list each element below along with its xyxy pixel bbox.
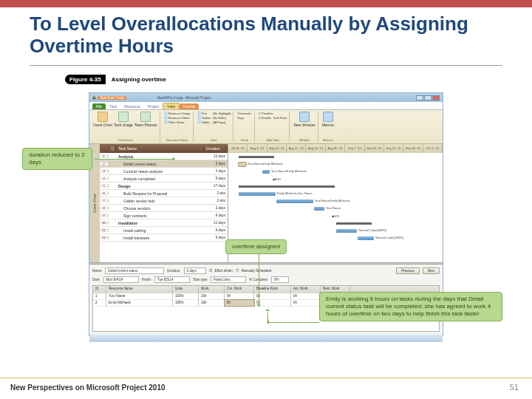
- tab-task[interactable]: Task: [106, 103, 120, 109]
- tool-tab-label: Task Form Tools: [98, 96, 126, 100]
- callout-line: [259, 253, 259, 307]
- window-title: NewAVFin-4.mpp - Microsoft Project: [157, 96, 211, 100]
- checkbox-icon[interactable]: ☐: [259, 112, 262, 115]
- ribbon-group-split-view: ☐Timeline ☑DetailsTask Form Split View: [256, 112, 290, 142]
- task-row[interactable]: 2Detail current status2 days: [100, 160, 228, 168]
- window-titlebar: ▣ Task Form Tools NewAVFin-4.mpp - Micro…: [89, 93, 443, 102]
- milestone-icon: ◆8/19: [273, 177, 281, 181]
- status-bar: [89, 335, 443, 342]
- checkbox-icon[interactable]: ☑: [209, 269, 212, 273]
- ribbon-group-resource-views: Resource Usage Resource Sheet Other View…: [162, 112, 194, 142]
- close-button[interactable]: [432, 95, 440, 100]
- figure-text: Assigning overtime: [106, 75, 172, 84]
- callout-line: [267, 322, 319, 323]
- duration-field[interactable]: 2 days: [184, 267, 206, 274]
- group-dropdown[interactable]: [All Days]: [213, 120, 231, 124]
- outline-button[interactable]: Outline: [197, 116, 211, 120]
- task-row[interactable]: 7Gather vendor bids2 wks: [100, 197, 228, 205]
- footer-line: [0, 378, 532, 378]
- macros-button[interactable]: Macros: [322, 112, 334, 127]
- milestone-icon: ◆9/11: [332, 214, 340, 218]
- tab-file[interactable]: File: [92, 103, 106, 109]
- maximize-button[interactable]: [424, 95, 432, 100]
- page-number: 51: [510, 383, 519, 392]
- task-bar[interactable]: General Labor[400%]: [336, 229, 357, 233]
- task-bar[interactable]: Your Name: [314, 207, 324, 211]
- checkbox-icon[interactable]: ☑: [259, 116, 262, 120]
- task-table: ⓘ Task Name Duration 1Analysis12 days2De…: [100, 144, 228, 262]
- arrow-icon: [256, 304, 261, 309]
- task-row[interactable]: 3Conduct needs analysis2 days: [100, 168, 228, 175]
- ribbon-group-data: Sort Outline Tables [No Highlight] [No F…: [195, 112, 234, 142]
- task-row[interactable]: 6Build Request for Proposal2 wks: [100, 190, 228, 197]
- new-window-button[interactable]: New Window: [293, 112, 315, 127]
- name-field[interactable]: Detail current status: [105, 267, 164, 274]
- ribbon: Gantt Chart Task Usage Team Planner Task…: [89, 110, 443, 144]
- summary-bar: [239, 185, 335, 188]
- ribbon-tabs: File Task Resource Project View Format: [89, 102, 443, 110]
- gantt-chart-button[interactable]: Gantt Chart: [93, 112, 112, 127]
- task-row[interactable]: 12Install hardware5 days: [100, 234, 228, 242]
- start-field[interactable]: Mon 8/4/14: [103, 276, 139, 283]
- task-row[interactable]: 4Analysis completed0 days: [100, 175, 228, 183]
- task-bar[interactable]: Emily Michaels,Your Name: [239, 192, 276, 196]
- pctcomplete-field[interactable]: 0%: [271, 276, 289, 283]
- summary-bar: [336, 222, 372, 225]
- tab-project[interactable]: Project: [144, 103, 163, 109]
- tasktype-field[interactable]: Fixed Units: [211, 276, 246, 283]
- tab-resource[interactable]: Resource: [120, 103, 143, 109]
- slide-title: To Level Overallocations Manually by Ass…: [30, 13, 502, 58]
- task-usage-button[interactable]: Task Usage: [114, 112, 133, 127]
- arrow-icon: [265, 320, 269, 324]
- sort-button[interactable]: Sort: [197, 112, 211, 115]
- callout-duration: duration reduced to 2 days: [22, 148, 92, 170]
- tables-button[interactable]: Tables: [197, 120, 211, 124]
- resource-sheet-button[interactable]: Resource Sheet: [164, 116, 191, 120]
- arrow-icon: [173, 157, 177, 161]
- footer-text: New Perspectives on Microsoft Project 20…: [10, 383, 166, 392]
- task-bar[interactable]: Your Name,Emily Michaels: [276, 200, 313, 203]
- filter-dropdown[interactable]: [No Filter]: [213, 116, 231, 120]
- task-table-header: ⓘ Task Name Duration: [100, 144, 228, 153]
- figure-number: Figure 4-35: [65, 75, 106, 84]
- callout-line: [267, 313, 268, 322]
- highlight-dropdown[interactable]: [No Highlight]: [213, 112, 231, 115]
- arrow-icon: [265, 309, 270, 311]
- callout-line: [95, 159, 174, 160]
- task-row[interactable]: 9Sign contracts0 days: [100, 212, 228, 219]
- ribbon-group-macros: Macros Macros: [320, 112, 336, 142]
- gantt-timeline: Jul 28, '14Aug 3, '14Aug 10, '14Aug 17, …: [228, 144, 443, 153]
- task-row[interactable]: 11Install cabling6 days: [100, 227, 228, 234]
- minimize-button[interactable]: [416, 95, 423, 100]
- task-bar[interactable]: General Labor[200%]: [358, 236, 374, 240]
- tab-format[interactable]: Format: [180, 103, 199, 109]
- previous-button[interactable]: Previous: [396, 267, 420, 274]
- title-underline: [30, 65, 502, 66]
- task-row[interactable]: 5Design17 days: [100, 183, 228, 190]
- finish-field[interactable]: Tue 8/5/14: [154, 276, 190, 283]
- task-bar[interactable]: Your Name,Emily Michaels: [239, 163, 246, 166]
- resource-usage-button[interactable]: Resource Usage: [164, 112, 191, 115]
- task-bar[interactable]: Your Name,Emily Michaels: [262, 170, 270, 174]
- ribbon-group-window: New Window Window: [291, 112, 318, 142]
- checkbox-icon[interactable]: ☐: [236, 269, 239, 273]
- callout-emily: Emily is working 8 hours on tasks during…: [319, 292, 502, 321]
- team-planner-button[interactable]: Team Planner: [134, 112, 157, 127]
- timescale-dropdown[interactable]: Days: [237, 116, 251, 120]
- project-icon: ▣: [92, 95, 96, 100]
- task-row[interactable]: 8Choose vendors3 days: [100, 205, 228, 212]
- figure-caption: Figure 4-35 Assigning overtime: [65, 74, 172, 85]
- next-button[interactable]: Next: [423, 267, 440, 274]
- tab-view[interactable]: View: [163, 103, 180, 109]
- task-row[interactable]: 10Installation11 days: [100, 219, 228, 227]
- ribbon-group-task-views: Gantt Chart Task Usage Team Planner Task…: [91, 112, 160, 142]
- other-views-button[interactable]: Other Views: [164, 120, 191, 124]
- summary-bar: [239, 156, 274, 158]
- ribbon-group-zoom: Timescale: Days Zoom: [235, 112, 254, 142]
- callout-overtime: overtime assigned: [225, 239, 287, 254]
